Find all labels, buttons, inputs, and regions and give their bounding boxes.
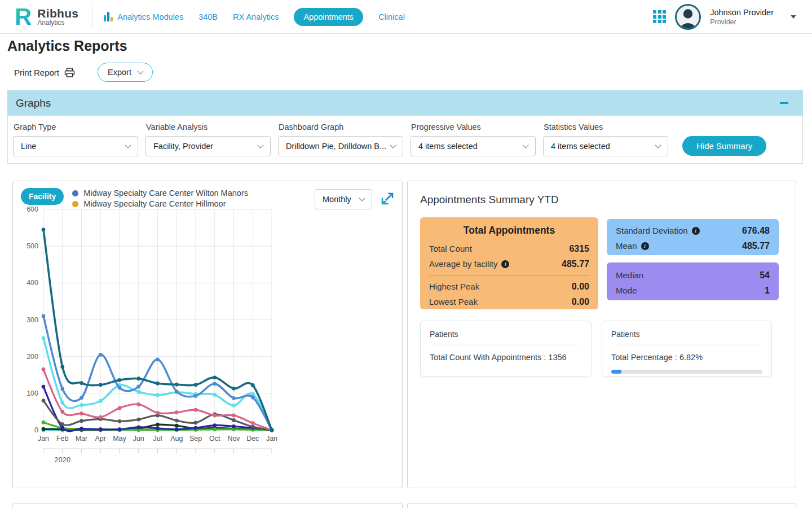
patients-percentage-card: Patients Total Percentage : 6.82% — [602, 321, 772, 377]
svg-text:May: May — [113, 435, 126, 443]
info-icon[interactable]: i — [692, 227, 700, 235]
person-icon — [677, 6, 699, 28]
graphs-panel-body: Graph Type Line Variable Analysis Facili… — [7, 116, 803, 164]
next-card-left — [12, 503, 403, 508]
svg-text:100: 100 — [27, 389, 38, 397]
svg-text:Aug: Aug — [170, 435, 183, 443]
export-button[interactable]: Export — [98, 63, 153, 82]
appointments-summary-card: Appointments Summary YTD Total Appointme… — [407, 181, 796, 488]
chevron-down-icon — [655, 142, 661, 148]
svg-text:Feb: Feb — [56, 435, 69, 443]
svg-text:300: 300 — [27, 316, 38, 324]
nav-340b[interactable]: 340B — [198, 12, 218, 21]
bar-chart-icon — [104, 12, 113, 21]
legend-dot — [72, 190, 78, 196]
summary-title: Appointments Summary YTD — [420, 194, 559, 206]
user-info[interactable]: Johnson Provider Provider — [710, 8, 774, 26]
next-card-right — [407, 503, 796, 508]
stat-row: Average by facility i 485.77 — [429, 256, 589, 271]
dashboard-graph-select[interactable]: Drilldown Pie, Drilldown B... — [278, 136, 403, 156]
brand-logo-icon: R — [15, 6, 32, 28]
chevron-down-icon — [257, 142, 263, 148]
svg-text:Jan: Jan — [266, 435, 277, 443]
variable-analysis-select[interactable]: Facility, Provider — [145, 136, 271, 156]
stat-row: Total Count 6315 — [429, 241, 589, 256]
top-navbar: R Ribhus Analytics Analytics Modules 340… — [0, 0, 812, 34]
svg-text:Oct: Oct — [209, 435, 220, 443]
graph-type-select[interactable]: Line — [13, 136, 138, 156]
nav-rx-analytics[interactable]: RX Analytics — [233, 12, 279, 21]
chevron-down-icon — [359, 195, 365, 201]
stat-row: Highest Peak 0.00 — [429, 279, 589, 294]
stat-row: Median 54 — [616, 268, 770, 283]
printer-icon — [64, 68, 75, 77]
info-icon[interactable]: i — [641, 242, 649, 250]
progress-bar-fill — [611, 370, 621, 374]
statistics-values-select[interactable]: 4 items selected — [543, 136, 668, 156]
svg-text:500: 500 — [27, 242, 38, 250]
svg-text:0: 0 — [34, 426, 38, 434]
hide-summary-button[interactable]: Hide Summary — [682, 136, 766, 156]
chevron-down-icon — [522, 142, 528, 148]
svg-text:Dec: Dec — [246, 435, 259, 443]
print-report-button[interactable]: Print Report — [14, 68, 75, 77]
filter-graph-type: Graph Type Line — [13, 121, 138, 156]
std-mean-box: Standard Deviation i 676.48 Mean i 485.7… — [607, 219, 779, 255]
legend-dot — [72, 201, 78, 207]
filter-statistics-values: Statistics Values 4 items selected — [543, 121, 668, 156]
facility-badge[interactable]: Facility — [21, 188, 64, 205]
expand-chart-icon[interactable] — [381, 192, 394, 208]
svg-text:Jul: Jul — [153, 435, 162, 443]
progress-bar — [611, 370, 762, 374]
info-icon[interactable]: i — [501, 260, 509, 268]
user-name: Johnson Provider — [710, 8, 774, 17]
patients-count-card: Patients Total Count With Appointments :… — [420, 321, 592, 377]
user-role: Provider — [710, 18, 774, 26]
collapse-icon[interactable] — [780, 102, 788, 104]
svg-text:Jun: Jun — [133, 435, 144, 443]
box-divider — [429, 275, 589, 275]
chevron-down-icon — [125, 142, 131, 148]
stat-row: Lowest Peak 0.00 — [429, 294, 589, 309]
svg-text:2020: 2020 — [54, 456, 70, 464]
svg-text:200: 200 — [27, 353, 38, 361]
user-dropdown-caret-icon[interactable] — [791, 15, 796, 19]
chevron-down-icon — [390, 142, 396, 148]
median-mode-box: Median 54 Mode 1 — [607, 262, 779, 300]
total-appointments-box: Total Appointments Total Count 6315 Aver… — [420, 217, 598, 309]
total-appointments-title: Total Appointments — [429, 225, 589, 237]
header-divider — [92, 6, 92, 28]
filter-variable-analysis: Variable Analysis Facility, Provider — [145, 121, 271, 156]
stat-row: Mean i 485.77 — [616, 238, 770, 253]
stat-row: Mode 1 — [616, 283, 770, 298]
svg-text:Nov: Nov — [227, 435, 240, 443]
stat-row: Standard Deviation i 676.48 — [616, 223, 770, 238]
legend-item[interactable]: Midway Specialty Care Center Hillmoor — [72, 199, 248, 208]
period-select[interactable]: Monthly — [315, 189, 372, 209]
nav-clinical[interactable]: Clinical — [378, 12, 405, 21]
svg-text:Apr: Apr — [95, 435, 106, 443]
chart-legend: Midway Specialty Care Center Wilton Mano… — [72, 189, 248, 208]
filter-dashboard-graph: Dashboard Graph Drilldown Pie, Drilldown… — [278, 121, 403, 156]
appointments-chart-card: Facility Midway Specialty Care Center Wi… — [12, 181, 403, 488]
apps-grid-icon[interactable] — [653, 10, 666, 23]
legend-item[interactable]: Midway Specialty Care Center Wilton Mano… — [72, 189, 248, 198]
page-title: Analytics Reports — [7, 37, 812, 54]
filter-progressive-values: Progressive Values 4 items selected — [411, 121, 536, 156]
graphs-panel: Graphs Graph Type Line Variable Analysis… — [7, 90, 803, 164]
svg-text:Mar: Mar — [76, 435, 88, 443]
svg-text:400: 400 — [27, 279, 38, 287]
avatar[interactable] — [675, 4, 701, 30]
appointments-line-chart[interactable]: 0100200300400500600JanFebMarAprMayJunJul… — [21, 202, 393, 484]
graphs-panel-title: Graphs — [16, 97, 51, 110]
chevron-down-icon — [137, 68, 143, 74]
main-nav: Analytics Modules 340B RX Analytics Appo… — [104, 8, 405, 26]
svg-text:Sep: Sep — [189, 435, 202, 443]
svg-text:Jan: Jan — [38, 435, 49, 443]
nav-analytics-modules[interactable]: Analytics Modules — [104, 12, 183, 21]
progressive-values-select[interactable]: 4 items selected — [411, 136, 536, 156]
nav-appointments[interactable]: Appointments — [294, 8, 363, 26]
brand-logo[interactable]: R Ribhus Analytics — [15, 6, 78, 28]
graphs-panel-header[interactable]: Graphs — [7, 90, 803, 116]
